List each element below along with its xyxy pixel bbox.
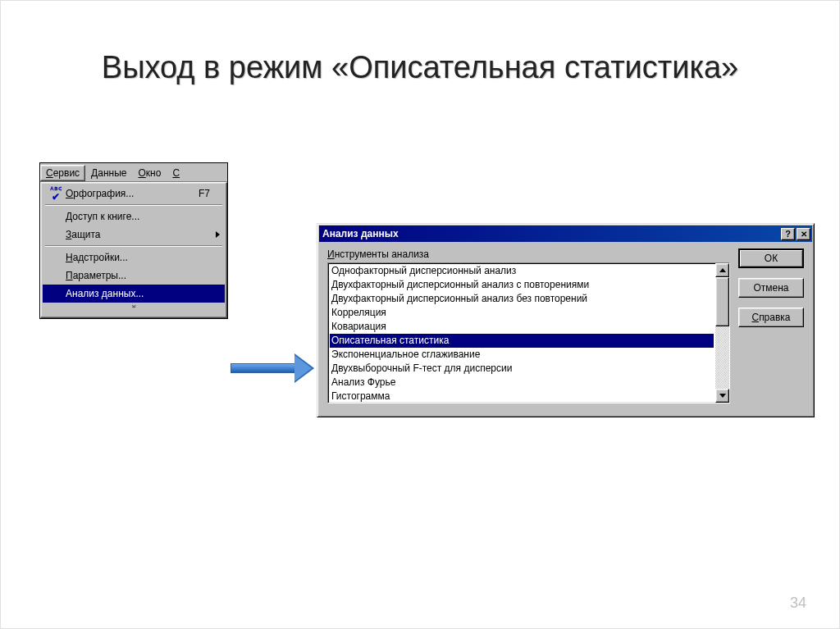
scroll-track[interactable] bbox=[715, 277, 729, 389]
list-item[interactable]: Ковариация bbox=[330, 320, 714, 334]
scroll-thumb[interactable] bbox=[715, 277, 729, 326]
triangle-down-icon bbox=[719, 394, 726, 398]
menubar: Сервис Данные Окно С bbox=[40, 163, 227, 182]
scrollbar[interactable] bbox=[715, 263, 729, 403]
close-icon[interactable]: ✕ bbox=[797, 228, 810, 240]
menubar-item-window[interactable]: Окно bbox=[132, 165, 167, 181]
menu-expand-chevron[interactable]: » bbox=[43, 303, 225, 316]
spellcheck-icon: ᴀʙᴄ✔ bbox=[50, 185, 62, 202]
list-item[interactable]: Описательная статистика bbox=[330, 334, 714, 348]
help-button[interactable]: Справка bbox=[738, 308, 804, 327]
menubar-item-service[interactable]: Сервис bbox=[40, 165, 85, 181]
menu-item-data-analysis[interactable]: Анализ данных... bbox=[43, 285, 225, 303]
list-item[interactable]: Однофакторный дисперсионный анализ bbox=[330, 264, 714, 278]
dropdown-menu: ᴀʙᴄ✔ Орфография... F7 Доступ к книге... … bbox=[40, 182, 227, 318]
dialog-titlebar: Анализ данных ? ✕ bbox=[319, 226, 812, 242]
listbox-label: Инструменты анализа bbox=[327, 248, 730, 260]
list-item[interactable]: Анализ Фурье bbox=[330, 376, 714, 390]
menu-separator bbox=[45, 245, 222, 247]
listbox-inner: Однофакторный дисперсионный анализДвухфа… bbox=[328, 263, 715, 403]
help-button-icon[interactable]: ? bbox=[781, 228, 795, 240]
menubar-item-data[interactable]: Данные bbox=[85, 165, 132, 181]
list-item[interactable]: Двухфакторный дисперсионный анализ с пов… bbox=[330, 278, 714, 292]
data-analysis-dialog: Анализ данных ? ✕ Инструменты анализа Од… bbox=[317, 223, 815, 417]
arrow-icon bbox=[231, 352, 321, 385]
ok-button[interactable]: ОК bbox=[738, 248, 804, 268]
slide-number: 34 bbox=[790, 595, 806, 612]
dialog-title: Анализ данных bbox=[322, 228, 779, 239]
menu-item-options[interactable]: Параметры... bbox=[43, 267, 225, 285]
list-item[interactable]: Двухфакторный дисперсионный анализ без п… bbox=[330, 292, 714, 306]
menu-item-spelling[interactable]: ᴀʙᴄ✔ Орфография... F7 bbox=[43, 185, 225, 203]
menu-item-protection[interactable]: Защита bbox=[43, 226, 225, 244]
scroll-down-button[interactable] bbox=[715, 389, 729, 403]
menu-separator bbox=[45, 204, 222, 206]
menu-item-addins[interactable]: Надстройки... bbox=[43, 248, 225, 267]
list-item[interactable]: Корреляция bbox=[330, 306, 714, 320]
slide: Выход в режим «Описательная статистика» … bbox=[0, 0, 840, 629]
analysis-tools-listbox[interactable]: Однофакторный дисперсионный анализДвухфа… bbox=[327, 262, 730, 403]
list-item[interactable]: Экспоненциальное сглаживание bbox=[330, 348, 714, 362]
menubar-item-truncated[interactable]: С bbox=[167, 165, 185, 181]
scroll-up-button[interactable] bbox=[715, 263, 729, 277]
triangle-up-icon bbox=[719, 268, 726, 272]
list-item[interactable]: Двухвыборочный F-тест для дисперсии bbox=[330, 362, 714, 376]
list-item[interactable]: Гистограмма bbox=[330, 390, 714, 403]
submenu-arrow-icon bbox=[216, 231, 220, 238]
cancel-button[interactable]: Отмена bbox=[738, 278, 804, 298]
slide-title: Выход в режим «Описательная статистика» bbox=[1, 50, 839, 85]
menu-item-share-workbook[interactable]: Доступ к книге... bbox=[43, 207, 225, 226]
menubar-dropdown-panel: Сервис Данные Окно С ᴀʙᴄ✔ Орфография... … bbox=[39, 162, 228, 319]
